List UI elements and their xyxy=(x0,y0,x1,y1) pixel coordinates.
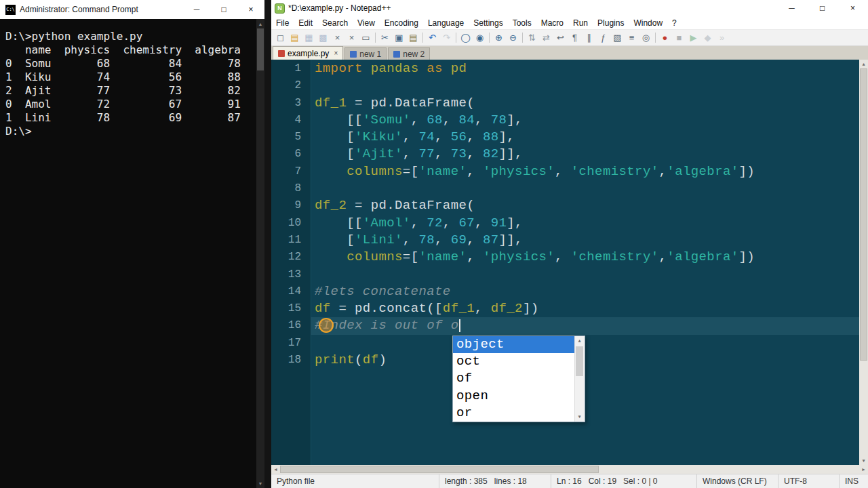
menu-item-plugins[interactable]: Plugins xyxy=(593,16,629,29)
menu-item-settings[interactable]: Settings xyxy=(469,16,507,29)
notepadpp-titlebar[interactable]: N *D:\example.py - Notepad++ ─□× xyxy=(271,0,868,16)
line-number[interactable]: 6 xyxy=(271,146,301,163)
line-number[interactable]: 17 xyxy=(271,335,301,352)
line-number[interactable]: 16 xyxy=(271,317,301,334)
line-number[interactable]: 15 xyxy=(271,300,301,317)
line-number[interactable]: 13 xyxy=(271,266,301,283)
code-line[interactable]: 4 [['Somu', 68, 84, 78], xyxy=(271,112,859,129)
line-number[interactable]: 5 xyxy=(271,129,301,146)
replace-icon[interactable]: ◉ xyxy=(473,31,487,44)
minimize-button[interactable]: ─ xyxy=(776,0,807,16)
redo-icon[interactable]: ↷ xyxy=(439,31,454,44)
code-line[interactable]: 6 ['Ajit', 77, 73, 82]], xyxy=(271,146,859,163)
autocomplete-item[interactable]: of xyxy=(453,370,585,387)
cmd-output[interactable]: D:\>python example.py name physics chemi… xyxy=(0,19,264,488)
menu-item-language[interactable]: Language xyxy=(423,16,469,29)
find-icon[interactable]: ◯ xyxy=(458,31,473,44)
menu-item-search[interactable]: Search xyxy=(317,16,353,29)
play-macro-icon[interactable]: ▶ xyxy=(686,31,701,44)
maximize-button[interactable]: □ xyxy=(807,0,837,16)
line-number[interactable]: 2 xyxy=(271,77,301,94)
menu-item-file[interactable]: File xyxy=(271,16,294,29)
code-line[interactable]: 11 ['Lini', 78, 69, 87]], xyxy=(271,232,859,249)
maximize-button[interactable]: □ xyxy=(210,0,237,19)
line-number[interactable]: 3 xyxy=(271,95,301,112)
word-wrap-icon[interactable]: ↩ xyxy=(553,31,568,44)
code-area[interactable]: 1import pandas as pd23df_1 = pd.DataFram… xyxy=(271,60,859,369)
vertical-scrollbar-thumb[interactable] xyxy=(860,68,867,361)
menu-item-macro[interactable]: Macro xyxy=(536,16,568,29)
tab-example-py[interactable]: example.py× xyxy=(273,46,343,60)
run-macro-multiple-icon[interactable]: » xyxy=(715,31,729,44)
autocomplete-scrollbar[interactable]: ▲ ▼ xyxy=(574,336,585,422)
save-macro-icon[interactable]: ◆ xyxy=(701,31,715,44)
print-icon[interactable]: ▭ xyxy=(359,31,373,44)
autocomplete-item[interactable]: or xyxy=(453,405,585,422)
code-line[interactable]: 7 columns=['name', 'physics', 'chemistry… xyxy=(271,163,859,180)
horizontal-scrollbar[interactable]: ◄ ► xyxy=(271,465,868,474)
save-all-icon[interactable]: ▩ xyxy=(316,31,330,44)
stop-record-icon[interactable]: ■ xyxy=(672,31,686,44)
menu-item-encoding[interactable]: Encoding xyxy=(380,16,423,29)
code-line[interactable]: 3df_1 = pd.DataFrame( xyxy=(271,95,859,112)
copy-icon[interactable]: ▣ xyxy=(392,31,406,44)
open-folder-icon[interactable]: ▤ xyxy=(288,31,302,44)
monitoring-icon[interactable]: ◎ xyxy=(639,31,653,44)
autocomplete-item[interactable]: object xyxy=(453,336,585,353)
cmd-titlebar[interactable]: C:\ Administrator: Command Prompt ─□× xyxy=(0,0,264,19)
autocomplete-item[interactable]: open xyxy=(453,388,585,405)
editor[interactable]: 1import pandas as pd23df_1 = pd.DataFram… xyxy=(271,60,868,465)
horizontal-scrollbar-thumb[interactable] xyxy=(280,466,599,473)
menu-item-help[interactable]: ? xyxy=(667,16,682,29)
code-line[interactable]: 15df = pd.concat([df_1, df_2]) xyxy=(271,300,859,317)
code-line[interactable]: 2 xyxy=(271,77,859,94)
scroll-up-icon[interactable]: ▲ xyxy=(575,336,584,346)
code-line[interactable]: 12 columns=['name', 'physics', 'chemistr… xyxy=(271,249,859,266)
code-line[interactable]: 10 [['Amol', 72, 67, 91], xyxy=(271,215,859,232)
sync-vertical-icon[interactable]: ⇅ xyxy=(525,31,539,44)
new-file-icon[interactable]: ◻ xyxy=(273,31,288,44)
scroll-right-icon[interactable]: ► xyxy=(859,465,868,474)
cut-icon[interactable]: ✂ xyxy=(378,31,392,44)
save-icon[interactable]: ▦ xyxy=(302,31,316,44)
line-number[interactable]: 10 xyxy=(271,215,301,232)
code-line[interactable]: 14#lets concatenate xyxy=(271,283,859,300)
zoom-in-icon[interactable]: ⊕ xyxy=(492,31,506,44)
code-line[interactable]: 13 xyxy=(271,266,859,283)
scroll-down-icon[interactable]: ▼ xyxy=(859,456,868,465)
line-number[interactable]: 9 xyxy=(271,197,301,214)
line-number[interactable]: 18 xyxy=(271,352,301,369)
tab-close-icon[interactable]: × xyxy=(334,49,338,57)
indent-guide-icon[interactable]: ∥ xyxy=(582,31,596,44)
line-number[interactable]: 7 xyxy=(271,163,301,180)
tab-new-1[interactable]: new 1 xyxy=(344,47,387,60)
menu-item-run[interactable]: Run xyxy=(568,16,593,29)
menu-item-edit[interactable]: Edit xyxy=(294,16,317,29)
autocomplete-item[interactable]: oct xyxy=(453,353,585,370)
close-button[interactable]: × xyxy=(237,0,264,19)
line-number[interactable]: 14 xyxy=(271,283,301,300)
line-number[interactable]: 11 xyxy=(271,232,301,249)
scroll-down-icon[interactable]: ▼ xyxy=(256,479,264,488)
code-line[interactable]: 5 ['Kiku', 74, 56, 88], xyxy=(271,129,859,146)
cmd-scrollbar[interactable]: ▲ ▼ xyxy=(256,19,264,488)
doc-map-icon[interactable]: ▧ xyxy=(610,31,625,44)
code-line[interactable]: 16#Index is out of o xyxy=(271,317,859,334)
close-button[interactable]: × xyxy=(837,0,868,16)
scroll-up-icon[interactable]: ▲ xyxy=(859,60,868,68)
close-all-icon[interactable]: × xyxy=(344,31,359,44)
vertical-scrollbar[interactable]: ▲ ▼ xyxy=(859,60,868,465)
zoom-out-icon[interactable]: ⊖ xyxy=(506,31,520,44)
menu-item-tools[interactable]: Tools xyxy=(508,16,536,29)
line-number[interactable]: 8 xyxy=(271,180,301,197)
scroll-down-icon[interactable]: ▼ xyxy=(575,412,584,422)
function-list-icon[interactable]: ƒ xyxy=(596,31,610,44)
code-line[interactable]: 8 xyxy=(271,180,859,197)
line-number[interactable]: 1 xyxy=(271,60,301,77)
tab-new-2[interactable]: new 2 xyxy=(388,47,430,60)
menu-item-window[interactable]: Window xyxy=(629,16,667,29)
record-macro-icon[interactable]: ● xyxy=(658,31,672,44)
code-line[interactable]: 9df_2 = pd.DataFrame( xyxy=(271,197,859,214)
code-line[interactable]: 1import pandas as pd xyxy=(271,60,859,77)
scroll-up-icon[interactable]: ▲ xyxy=(256,19,264,28)
